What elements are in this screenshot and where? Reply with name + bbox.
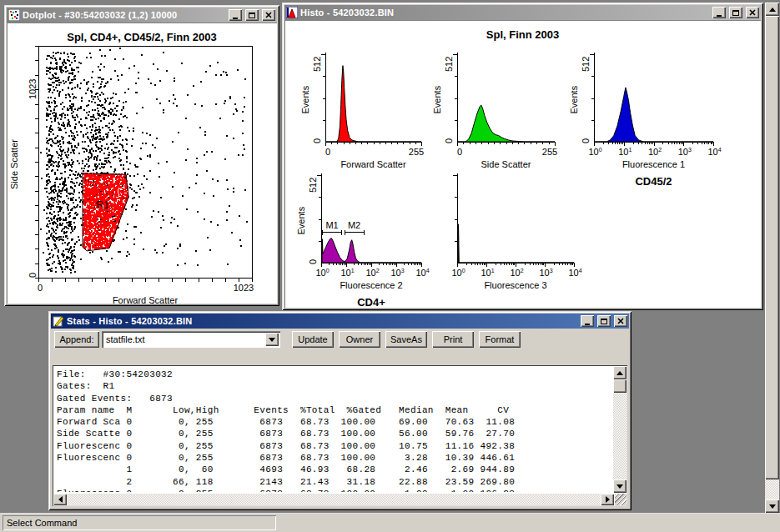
svg-text:512: 512 — [308, 178, 318, 193]
maximize-icon — [249, 13, 255, 18]
stats-titlebar[interactable]: Stats - Histo - 54203032.BIN — [51, 314, 629, 329]
svg-text:101: 101 — [481, 268, 494, 278]
svg-text:Events: Events — [296, 206, 306, 234]
svg-text:0: 0 — [457, 147, 462, 157]
mdi-vertical-scroll-thumb[interactable] — [765, 16, 779, 479]
histo-close-button[interactable] — [746, 7, 759, 18]
svg-text:0: 0 — [325, 147, 330, 157]
svg-text:Events: Events — [569, 85, 579, 113]
stats-close-button[interactable] — [614, 315, 627, 327]
toolbar-buttons: UpdateOwnerSaveAsPrintFormat — [292, 331, 521, 348]
svg-text:0: 0 — [308, 259, 318, 264]
svg-text:0: 0 — [444, 138, 454, 143]
filename-combo-value: statfile.txt — [106, 334, 144, 344]
histo-minimize-button[interactable] — [712, 7, 726, 18]
svg-text:Side Scatter: Side Scatter — [9, 139, 19, 189]
svg-text:101: 101 — [340, 268, 354, 278]
scroll-down-button[interactable] — [613, 479, 627, 493]
minimize-icon — [233, 18, 238, 19]
minimize-icon — [585, 324, 590, 325]
histo-window-icon[interactable] — [286, 7, 298, 18]
scroll-up-button[interactable] — [613, 366, 627, 379]
status-message: Select Command — [3, 515, 276, 530]
dotplot-close-button[interactable] — [262, 9, 275, 21]
mdi-scroll-down-button[interactable] — [765, 499, 779, 513]
stats-report-text[interactable]: File: #30:54203032 Gates: R1 Gated Event… — [54, 367, 611, 492]
histogram-fl2[interactable]: 1001011021031045120EventsM1M2Fluorescenc… — [289, 168, 435, 308]
svg-text:103: 103 — [390, 268, 404, 278]
svg-text:0: 0 — [312, 138, 322, 143]
svg-text:Events: Events — [300, 85, 310, 113]
scroll-left-button[interactable] — [53, 494, 67, 505]
svg-text:M1: M1 — [325, 220, 338, 230]
svg-text:0: 0 — [581, 138, 591, 143]
close-icon — [617, 318, 624, 324]
toolbar-button-format[interactable]: Format — [479, 331, 521, 348]
histogram-fl3[interactable]: 100101102103104Fluorescence 3 — [425, 168, 587, 308]
svg-text:1023: 1023 — [28, 79, 38, 99]
stats-minimize-button[interactable] — [581, 315, 594, 327]
chevron-down-icon — [269, 338, 275, 342]
dotplot-points-canvas[interactable] — [39, 47, 252, 278]
scroll-right-button[interactable] — [601, 494, 614, 505]
stats-body: Append: statfile.txt UpdateOwnerSaveAsPr… — [51, 329, 629, 508]
filename-combo[interactable]: statfile.txt — [102, 331, 280, 348]
close-icon — [749, 9, 756, 16]
append-button[interactable]: Append: — [54, 331, 99, 348]
report-horizontal-scrollbar[interactable] — [53, 494, 614, 505]
resize-grip[interactable] — [615, 494, 627, 505]
svg-text:101: 101 — [618, 147, 632, 157]
dotplot-window-icon[interactable] — [8, 9, 20, 21]
svg-text:103: 103 — [539, 268, 552, 278]
histo-maximize-button[interactable] — [729, 7, 742, 18]
svg-text:103: 103 — [678, 147, 692, 157]
histo-titlebar[interactable]: Histo - 54203032.BIN — [284, 5, 761, 20]
toolbar-button-update[interactable]: Update — [292, 331, 334, 348]
vertical-scroll-thumb[interactable] — [613, 379, 627, 393]
svg-text:104: 104 — [568, 268, 581, 278]
svg-text:102: 102 — [510, 268, 523, 278]
report-vertical-scrollbar[interactable] — [613, 366, 627, 493]
svg-text:100: 100 — [451, 268, 465, 278]
arrow-up-icon — [769, 8, 776, 12]
dotplot-maximize-button[interactable] — [245, 9, 259, 21]
dotplot-window: Dotplot - #30:54203032 (1,2) 10000 Spl, … — [4, 5, 279, 306]
svg-text:CD4+: CD4+ — [357, 296, 385, 308]
maximize-icon — [601, 319, 607, 324]
svg-text:100: 100 — [315, 268, 329, 278]
toolbar-button-saveas[interactable]: SaveAs — [385, 331, 427, 348]
stats-window-icon[interactable] — [53, 315, 64, 327]
stats-window: Stats - Histo - 54203032.BIN Append: sta… — [48, 311, 632, 510]
svg-text:512: 512 — [581, 57, 591, 72]
dotplot-canvas-area: Spl, CD4+, CD45/2, Finn 2003 10230Side S… — [7, 23, 277, 304]
stats-window-title: Stats - Histo - 54203032.BIN — [67, 316, 578, 326]
close-icon — [265, 12, 272, 18]
stats-maximize-button[interactable] — [597, 315, 611, 327]
dotplot-window-title: Dotplot - #30:54203032 (1,2) 10000 — [23, 10, 226, 20]
histo-window: Histo - 54203032.BIN Spl, Finn 2003 0255… — [282, 3, 763, 310]
arrow-right-icon — [606, 496, 610, 503]
filename-combo-arrow[interactable] — [265, 333, 279, 346]
svg-text:102: 102 — [648, 147, 662, 157]
mdi-vertical-scrollbar[interactable] — [765, 3, 779, 513]
svg-text:M2: M2 — [348, 220, 360, 230]
svg-text:0: 0 — [38, 283, 43, 293]
dotplot-titlebar[interactable]: Dotplot - #30:54203032 (1,2) 10000 — [7, 8, 277, 23]
toolbar-button-owner[interactable]: Owner — [339, 331, 380, 348]
status-bar: Select Command — [0, 513, 780, 532]
arrow-down-icon — [616, 484, 623, 489]
dotplot-minimize-button[interactable] — [229, 9, 242, 21]
svg-text:Events: Events — [432, 85, 442, 113]
svg-text:104: 104 — [707, 147, 721, 157]
stats-report-area: File: #30:54203032 Gates: R1 Gated Event… — [53, 365, 627, 506]
svg-text:255: 255 — [409, 147, 424, 157]
histogram-grid: 02555120EventsForward Scatter02555120Eve… — [284, 20, 761, 308]
arrow-up-icon — [616, 371, 623, 375]
svg-text:Forward Scatter: Forward Scatter — [113, 295, 179, 304]
svg-text:102: 102 — [365, 268, 379, 278]
dotplot-chart[interactable]: 10230Side Scatter01023Forward Scatter — [7, 23, 277, 304]
svg-text:Fluorescence 3: Fluorescence 3 — [484, 280, 546, 290]
minimize-icon — [717, 15, 722, 17]
toolbar-button-print[interactable]: Print — [432, 331, 474, 348]
mdi-scroll-up-button[interactable] — [765, 3, 779, 16]
